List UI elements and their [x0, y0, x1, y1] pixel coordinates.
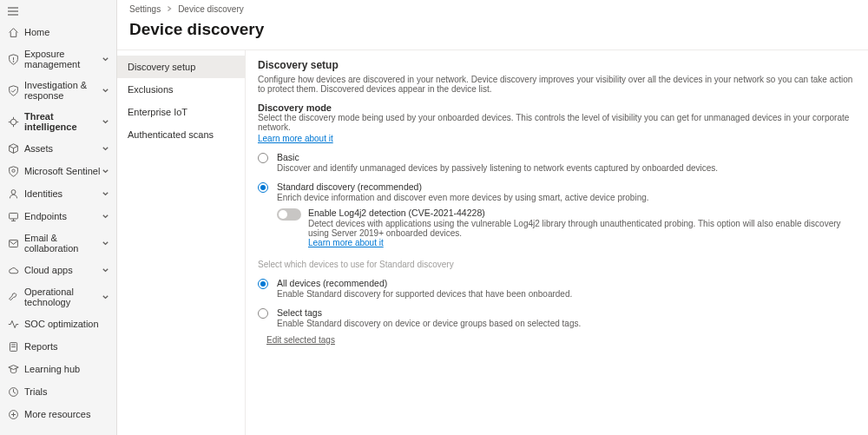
breadcrumb: Settings Device discovery: [117, 0, 868, 18]
menu-toggle[interactable]: [0, 2, 116, 21]
malware-icon: [7, 115, 19, 128]
nav-label: Identities: [24, 188, 101, 199]
graduation-icon: [7, 363, 19, 375]
radio-all-devices-label: All devices (recommended): [277, 278, 572, 288]
breadcrumb-leaf: Device discovery: [178, 4, 244, 14]
nav-label: Exposure management: [24, 49, 101, 69]
tab-discovery-setup[interactable]: Discovery setup: [117, 56, 245, 78]
radio-basic-desc: Discover and identify unmanaged devices …: [277, 163, 718, 173]
nav-label: Reports: [24, 341, 109, 352]
nav-label: More resources: [24, 409, 109, 419]
chevron-right-icon: [166, 4, 173, 14]
edit-tags-link[interactable]: Edit selected tags: [266, 335, 335, 345]
chevron-down-icon: [101, 167, 109, 175]
cube-icon: [7, 142, 19, 155]
nav-label: Assets: [24, 143, 101, 154]
nav-email[interactable]: Email & collaboration: [0, 227, 116, 259]
home-icon: [7, 26, 19, 38]
nav-endpoints[interactable]: Endpoints: [0, 205, 116, 227]
cloud-icon: [7, 264, 19, 276]
nav-label: Endpoints: [24, 211, 101, 221]
radio-standard-desc: Enrich device information and discover e…: [277, 193, 649, 202]
tabs: Discovery setup Exclusions Enterprise Io…: [117, 50, 246, 435]
chevron-down-icon: [101, 144, 109, 153]
svg-point-11: [11, 189, 16, 194]
nav-learning[interactable]: Learning hub: [0, 358, 116, 380]
select-devices-heading: Select which devices to use for Standard…: [258, 260, 856, 269]
discovery-mode-desc: Select the discovery mode being used by …: [258, 113, 856, 132]
nav-exposure[interactable]: Exposure management: [0, 43, 116, 75]
radio-standard[interactable]: [258, 182, 268, 193]
nav-label: Learning hub: [24, 364, 109, 374]
radio-all-devices-desc: Enable Standard discovery for supported …: [277, 289, 572, 299]
nav-label: Home: [24, 27, 109, 37]
radio-all-devices[interactable]: [258, 279, 268, 289]
nav-soc[interactable]: SOC optimization: [0, 313, 116, 335]
log4j-learn-more-link[interactable]: Learn more about it: [308, 238, 384, 247]
toggle-log4j-label: Enable Log4j2 detection (CVE-2021-44228): [308, 208, 856, 218]
settings-panel: Discovery setup Configure how devices ar…: [246, 50, 868, 435]
chevron-down-icon: [101, 212, 109, 221]
nav-label: Trials: [24, 386, 109, 397]
chevron-down-icon: [101, 55, 109, 63]
nav-sentinel[interactable]: Microsoft Sentinel: [0, 160, 116, 182]
nav-label: Microsoft Sentinel: [24, 166, 101, 176]
tab-enterprise-iot[interactable]: Enterprise IoT: [117, 101, 245, 123]
report-icon: [7, 340, 19, 353]
sentinel-icon: [7, 165, 19, 177]
nav-cloud-apps[interactable]: Cloud apps: [0, 259, 116, 281]
nav-threat-intel[interactable]: Threat intelligence: [0, 106, 116, 137]
pulse-icon: [7, 318, 19, 330]
wrench-icon: [7, 291, 19, 303]
nav-reports[interactable]: Reports: [0, 335, 116, 358]
radio-basic-label: Basic: [277, 152, 718, 162]
radio-standard-label: Standard discovery (recommended): [277, 181, 649, 192]
add-icon: [7, 408, 19, 420]
chevron-down-icon: [101, 86, 109, 95]
nav-investigation[interactable]: Investigation & response: [0, 75, 116, 106]
shield-check-icon: [7, 84, 19, 96]
nav-assets[interactable]: Assets: [0, 137, 116, 160]
breadcrumb-root[interactable]: Settings: [129, 4, 161, 14]
tab-exclusions[interactable]: Exclusions: [117, 78, 245, 101]
chevron-down-icon: [101, 293, 109, 301]
radio-select-tags-label: Select tags: [277, 307, 581, 318]
nav-label: Investigation & response: [24, 80, 101, 101]
nav-identities[interactable]: Identities: [0, 182, 116, 205]
nav-label: Cloud apps: [24, 265, 101, 275]
section-intro: Configure how devices are discovered in …: [258, 75, 856, 94]
person-icon: [7, 188, 19, 200]
nav-label: Threat intelligence: [24, 111, 101, 132]
chevron-down-icon: [101, 189, 109, 198]
nav-more[interactable]: More resources: [0, 403, 116, 425]
clock-icon: [7, 386, 19, 398]
svg-point-4: [13, 61, 14, 62]
nav-label: Operational technology: [24, 287, 101, 307]
svg-point-5: [10, 119, 16, 125]
svg-rect-15: [9, 240, 17, 247]
toggle-log4j-desc: Detect devices with applications using t…: [308, 219, 856, 238]
learn-more-link[interactable]: Learn more about it: [258, 134, 333, 143]
nav-label: SOC optimization: [24, 319, 109, 329]
radio-select-tags-desc: Enable Standard discovery on device or d…: [277, 319, 581, 328]
chevron-down-icon: [101, 266, 109, 274]
nav-label: Email & collaboration: [24, 233, 101, 254]
radio-basic[interactable]: [258, 153, 268, 163]
mail-icon: [7, 237, 19, 249]
section-heading: Discovery setup: [258, 59, 856, 71]
page-title: Device discovery: [117, 18, 868, 49]
chevron-down-icon: [101, 239, 109, 247]
nav-ot[interactable]: Operational technology: [0, 281, 116, 313]
radio-select-tags[interactable]: [258, 308, 268, 319]
tab-auth-scans[interactable]: Authenticated scans: [117, 123, 245, 146]
sidebar: Home Exposure management Investigation &…: [0, 0, 117, 435]
shield-exclamation-icon: [7, 53, 19, 65]
main-content: Settings Device discovery Device discove…: [117, 0, 868, 435]
nav-trials[interactable]: Trials: [0, 380, 116, 403]
svg-point-10: [11, 169, 14, 172]
svg-rect-12: [9, 213, 17, 219]
nav-home[interactable]: Home: [0, 21, 116, 43]
toggle-log4j[interactable]: [277, 208, 301, 221]
chevron-down-icon: [101, 117, 109, 126]
endpoint-icon: [7, 210, 19, 222]
